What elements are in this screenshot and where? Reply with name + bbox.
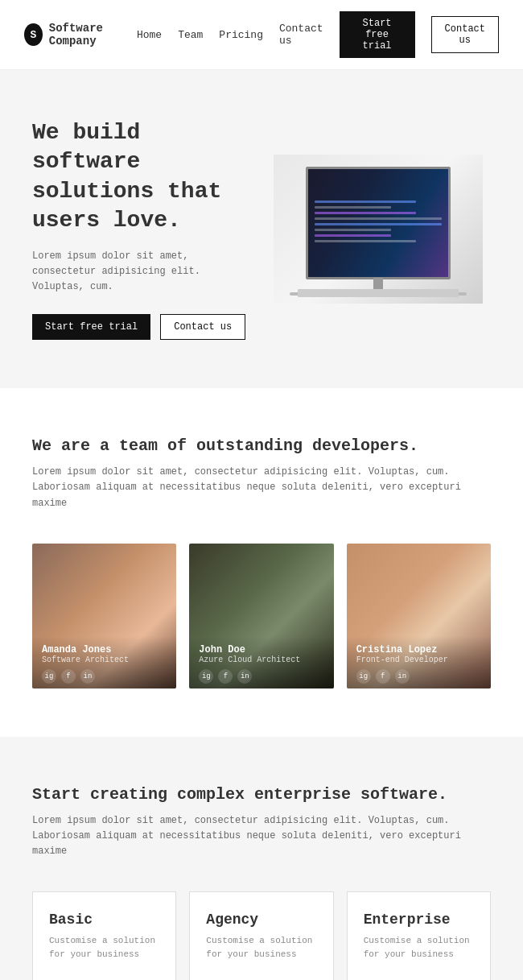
- code-line: [315, 201, 416, 203]
- hero-image: [274, 155, 491, 304]
- instagram-icon-1[interactable]: ig: [199, 669, 213, 684]
- team-section: We are a team of outstanding developers.…: [0, 388, 523, 737]
- team-socials-2: ig f in: [356, 669, 481, 684]
- pricing-grid: Basic Customise a solution for your busi…: [32, 891, 491, 980]
- code-line: [315, 240, 416, 242]
- team-grid: Amanda Jones Software Architect ig f in …: [32, 544, 491, 688]
- code-line: [315, 212, 416, 214]
- pricing-plan-desc-1: Customise a solution for your business: [206, 934, 316, 961]
- pricing-section-desc: Lorem ipsum dolor sit amet, consectetur …: [32, 813, 491, 860]
- instagram-icon-0[interactable]: ig: [42, 669, 56, 684]
- nav-links: Home Team Pricing Contact us Start free …: [137, 11, 499, 58]
- linkedin-icon-2[interactable]: in: [395, 669, 410, 684]
- pricing-section: Start creating complex enterprise softwa…: [0, 737, 523, 980]
- navbar: S Software Company Home Team Pricing Con…: [0, 0, 523, 70]
- nav-pricing[interactable]: Pricing: [219, 29, 263, 41]
- team-info-1: John Doe Azure Cloud Architect ig f in: [189, 636, 333, 688]
- team-card-0: Amanda Jones Software Architect ig f in: [32, 544, 176, 688]
- pricing-feature-item: ○IOS App Development: [364, 977, 474, 980]
- code-line: [315, 217, 442, 220]
- pricing-plan-name-2: Enterprise: [364, 912, 474, 928]
- team-section-desc: Lorem ipsum dolor sit amet, consectetur …: [32, 465, 491, 511]
- nav-start-trial-button[interactable]: Start free trial: [340, 11, 415, 58]
- hero-start-trial-button[interactable]: Start free trial: [32, 314, 150, 340]
- nav-contact[interactable]: Contact us: [279, 23, 323, 47]
- instagram-icon-2[interactable]: ig: [356, 669, 371, 684]
- pricing-plan-desc-2: Customise a solution for your business: [364, 934, 474, 961]
- logo-text: Software Company: [49, 22, 137, 48]
- monitor-screen: [306, 167, 451, 279]
- keyboard: [298, 289, 459, 297]
- hero-content: We build software solutions that users l…: [32, 118, 249, 340]
- team-name-2: Cristina Lopez: [356, 644, 481, 655]
- code-line: [315, 206, 391, 209]
- pricing-card-2: Enterprise Customise a solution for your…: [347, 891, 491, 980]
- nav-team[interactable]: Team: [178, 29, 203, 41]
- team-role-1: Azure Cloud Architect: [199, 655, 323, 664]
- team-section-title: We are a team of outstanding developers.: [32, 436, 491, 455]
- team-role-2: Front-end Developer: [356, 655, 481, 664]
- team-name-0: Amanda Jones: [42, 644, 167, 655]
- hero-section: We build software solutions that users l…: [0, 70, 523, 388]
- facebook-icon-0[interactable]: f: [61, 669, 76, 684]
- pricing-feature-item: ○IOS App Development: [206, 977, 316, 980]
- facebook-icon-2[interactable]: f: [376, 669, 390, 684]
- linkedin-icon-1[interactable]: in: [237, 669, 252, 684]
- logo-icon: S: [24, 23, 43, 46]
- hero-illustration: [274, 155, 483, 304]
- pricing-card-1: Agency Customise a solution for your bus…: [189, 891, 333, 980]
- hero-contact-button[interactable]: Contact us: [160, 314, 245, 340]
- team-name-1: John Doe: [199, 644, 323, 655]
- logo: S Software Company: [24, 22, 137, 48]
- team-card-2: Cristina Lopez Front-end Developer ig f …: [347, 544, 491, 688]
- pricing-features-0: ○IOS App Development ○Android App Develo…: [49, 977, 159, 980]
- pricing-features-1: ○IOS App Development ○Android App Develo…: [206, 977, 316, 980]
- pricing-plan-name-1: Agency: [206, 912, 316, 928]
- pricing-card-0: Basic Customise a solution for your busi…: [32, 891, 176, 980]
- team-info-0: Amanda Jones Software Architect ig f in: [32, 636, 176, 688]
- pricing-features-2: ○IOS App Development ○Android App Develo…: [364, 977, 474, 980]
- facebook-icon-1[interactable]: f: [218, 669, 233, 684]
- nav-home[interactable]: Home: [137, 29, 162, 41]
- pricing-feature-item: ○IOS App Development: [49, 977, 159, 980]
- code-display: [308, 194, 448, 252]
- pricing-section-title: Start creating complex enterprise softwa…: [32, 785, 491, 804]
- hero-actions: Start free trial Contact us: [32, 314, 249, 340]
- code-line: [315, 234, 391, 237]
- linkedin-icon-0[interactable]: in: [80, 669, 95, 684]
- monitor-stand: [373, 278, 383, 289]
- hero-description: Lorem ipsum dolor sit amet, consectetur …: [32, 249, 249, 296]
- hero-title: We build software solutions that users l…: [32, 118, 249, 236]
- team-role-0: Software Architect: [42, 655, 167, 664]
- team-card-1: John Doe Azure Cloud Architect ig f in: [189, 544, 333, 688]
- pricing-plan-desc-0: Customise a solution for your business: [49, 934, 159, 961]
- code-line: [315, 229, 391, 231]
- team-info-2: Cristina Lopez Front-end Developer ig f …: [347, 636, 491, 688]
- code-line: [315, 223, 442, 225]
- team-socials-0: ig f in: [42, 669, 167, 684]
- pricing-plan-name-0: Basic: [49, 912, 159, 928]
- team-socials-1: ig f in: [199, 669, 323, 684]
- nav-contact-button[interactable]: Contact us: [431, 16, 499, 53]
